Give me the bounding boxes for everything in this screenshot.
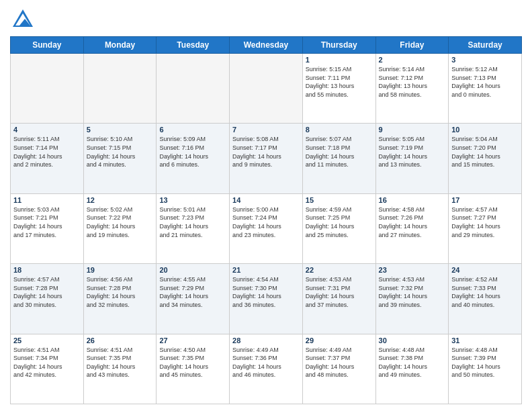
day-number: 26 [87,336,154,345]
day-info: Sunrise: 4:53 AM Sunset: 7:31 PM Dayligh… [306,275,373,309]
day-number: 4 [13,126,81,134]
calendar-cell: 12Sunrise: 5:02 AM Sunset: 7:22 PM Dayli… [83,193,157,263]
day-info: Sunrise: 5:11 AM Sunset: 7:14 PM Dayligh… [13,135,81,169]
day-number: 10 [451,126,519,134]
day-number: 30 [379,336,446,345]
calendar-cell [230,54,303,124]
logo [10,7,36,32]
day-number: 23 [379,266,446,274]
day-number: 14 [232,196,300,204]
calendar-cell: 23Sunrise: 4:53 AM Sunset: 7:32 PM Dayli… [375,264,449,334]
calendar-cell: 27Sunrise: 4:50 AM Sunset: 7:35 PM Dayli… [157,334,230,404]
day-number: 13 [159,196,226,204]
logo-icon [10,7,36,32]
calendar-cell: 9Sunrise: 5:05 AM Sunset: 7:19 PM Daylig… [375,124,449,193]
day-number: 5 [87,126,154,134]
calendar-cell: 7Sunrise: 5:08 AM Sunset: 7:17 PM Daylig… [230,124,303,193]
day-info: Sunrise: 4:57 AM Sunset: 7:28 PM Dayligh… [13,275,81,309]
day-number: 28 [232,336,300,345]
calendar-cell: 17Sunrise: 4:57 AM Sunset: 7:27 PM Dayli… [449,193,522,263]
calendar-cell: 30Sunrise: 4:48 AM Sunset: 7:38 PM Dayli… [375,334,449,404]
day-info: Sunrise: 4:57 AM Sunset: 7:27 PM Dayligh… [451,205,519,239]
calendar-cell [157,54,230,124]
day-number: 21 [232,266,300,274]
day-info: Sunrise: 4:53 AM Sunset: 7:32 PM Dayligh… [379,275,446,309]
day-number: 1 [306,56,373,64]
calendar-cell: 14Sunrise: 5:00 AM Sunset: 7:24 PM Dayli… [230,193,303,263]
day-number: 29 [306,336,373,345]
day-info: Sunrise: 5:02 AM Sunset: 7:22 PM Dayligh… [87,205,154,239]
day-info: Sunrise: 4:56 AM Sunset: 7:28 PM Dayligh… [87,275,154,309]
day-info: Sunrise: 4:49 AM Sunset: 7:36 PM Dayligh… [232,346,300,379]
day-number: 15 [306,196,373,204]
calendar-cell: 15Sunrise: 4:59 AM Sunset: 7:25 PM Dayli… [302,193,375,263]
day-number: 6 [159,126,226,134]
day-info: Sunrise: 4:49 AM Sunset: 7:37 PM Dayligh… [306,346,373,379]
day-info: Sunrise: 4:54 AM Sunset: 7:30 PM Dayligh… [232,275,300,309]
day-number: 16 [379,196,446,204]
day-number: 20 [159,266,226,274]
day-number: 24 [451,266,519,274]
day-number: 18 [13,266,81,274]
day-info: Sunrise: 4:48 AM Sunset: 7:39 PM Dayligh… [451,346,519,379]
day-info: Sunrise: 5:07 AM Sunset: 7:18 PM Dayligh… [306,135,373,169]
day-info: Sunrise: 5:12 AM Sunset: 7:13 PM Dayligh… [451,65,519,99]
day-number: 8 [306,126,373,134]
calendar-table: SundayMondayTuesdayWednesdayThursdayFrid… [10,36,522,404]
day-info: Sunrise: 5:10 AM Sunset: 7:15 PM Dayligh… [87,135,154,169]
calendar-cell: 29Sunrise: 4:49 AM Sunset: 7:37 PM Dayli… [302,334,375,404]
day-info: Sunrise: 4:55 AM Sunset: 7:29 PM Dayligh… [159,275,226,309]
weekday-header-tuesday: Tuesday [157,37,230,54]
calendar-cell: 16Sunrise: 4:58 AM Sunset: 7:26 PM Dayli… [375,193,449,263]
calendar-cell: 2Sunrise: 5:14 AM Sunset: 7:12 PM Daylig… [375,54,449,124]
day-number: 9 [379,126,446,134]
day-info: Sunrise: 5:00 AM Sunset: 7:24 PM Dayligh… [232,205,300,239]
day-number: 27 [159,336,226,345]
day-number: 7 [232,126,300,134]
day-number: 17 [451,196,519,204]
day-info: Sunrise: 4:48 AM Sunset: 7:38 PM Dayligh… [379,346,446,379]
calendar-cell: 25Sunrise: 4:51 AM Sunset: 7:34 PM Dayli… [11,334,84,404]
calendar-cell [83,54,157,124]
header [10,7,522,32]
calendar-week-row: 18Sunrise: 4:57 AM Sunset: 7:28 PM Dayli… [11,264,522,334]
weekday-header-thursday: Thursday [302,37,375,54]
calendar-cell: 3Sunrise: 5:12 AM Sunset: 7:13 PM Daylig… [449,54,522,124]
calendar-cell: 6Sunrise: 5:09 AM Sunset: 7:16 PM Daylig… [157,124,230,193]
calendar-cell: 26Sunrise: 4:51 AM Sunset: 7:35 PM Dayli… [83,334,157,404]
day-info: Sunrise: 4:50 AM Sunset: 7:35 PM Dayligh… [159,346,226,379]
day-number: 11 [13,196,81,204]
day-number: 31 [451,336,519,345]
calendar-week-row: 11Sunrise: 5:03 AM Sunset: 7:21 PM Dayli… [11,193,522,263]
day-info: Sunrise: 4:51 AM Sunset: 7:34 PM Dayligh… [13,346,81,379]
day-info: Sunrise: 4:51 AM Sunset: 7:35 PM Dayligh… [87,346,154,379]
day-info: Sunrise: 5:15 AM Sunset: 7:11 PM Dayligh… [306,65,373,99]
day-info: Sunrise: 5:08 AM Sunset: 7:17 PM Dayligh… [232,135,300,169]
page: SundayMondayTuesdayWednesdayThursdayFrid… [0,0,532,411]
calendar-week-row: 25Sunrise: 4:51 AM Sunset: 7:34 PM Dayli… [11,334,522,404]
day-info: Sunrise: 4:52 AM Sunset: 7:33 PM Dayligh… [451,275,519,309]
calendar-cell: 24Sunrise: 4:52 AM Sunset: 7:33 PM Dayli… [449,264,522,334]
calendar-cell: 4Sunrise: 5:11 AM Sunset: 7:14 PM Daylig… [11,124,84,193]
day-info: Sunrise: 5:05 AM Sunset: 7:19 PM Dayligh… [379,135,446,169]
day-info: Sunrise: 5:14 AM Sunset: 7:12 PM Dayligh… [379,65,446,99]
weekday-header-sunday: Sunday [11,37,84,54]
calendar-cell: 28Sunrise: 4:49 AM Sunset: 7:36 PM Dayli… [230,334,303,404]
day-number: 25 [13,336,81,345]
weekday-header-wednesday: Wednesday [230,37,303,54]
calendar-cell: 31Sunrise: 4:48 AM Sunset: 7:39 PM Dayli… [449,334,522,404]
day-number: 3 [451,56,519,64]
calendar-cell: 8Sunrise: 5:07 AM Sunset: 7:18 PM Daylig… [302,124,375,193]
weekday-header-monday: Monday [83,37,157,54]
weekday-header-row: SundayMondayTuesdayWednesdayThursdayFrid… [11,37,522,54]
calendar-cell: 22Sunrise: 4:53 AM Sunset: 7:31 PM Dayli… [302,264,375,334]
weekday-header-friday: Friday [375,37,449,54]
day-info: Sunrise: 5:01 AM Sunset: 7:23 PM Dayligh… [159,205,226,239]
day-number: 12 [87,196,154,204]
day-info: Sunrise: 5:04 AM Sunset: 7:20 PM Dayligh… [451,135,519,169]
day-info: Sunrise: 5:03 AM Sunset: 7:21 PM Dayligh… [13,205,81,239]
calendar-cell: 19Sunrise: 4:56 AM Sunset: 7:28 PM Dayli… [83,264,157,334]
calendar-cell: 5Sunrise: 5:10 AM Sunset: 7:15 PM Daylig… [83,124,157,193]
day-info: Sunrise: 4:58 AM Sunset: 7:26 PM Dayligh… [379,205,446,239]
day-number: 2 [379,56,446,64]
